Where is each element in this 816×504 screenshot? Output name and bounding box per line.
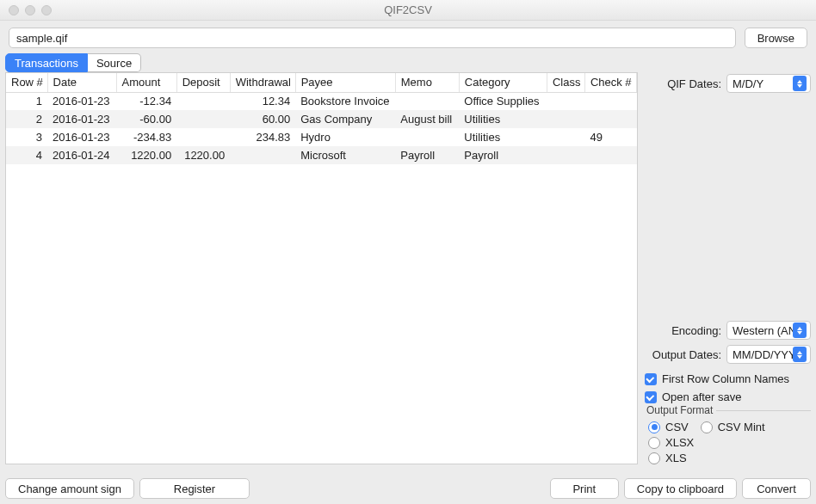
tabs: Transactions Source xyxy=(5,53,816,72)
table-row[interactable]: 4 2016-01-24 1220.00 1220.00 Microsoft P… xyxy=(6,146,637,164)
format-xlsx-label: XLSX xyxy=(665,436,694,449)
col-payee[interactable]: Payee xyxy=(295,73,395,92)
cell-class xyxy=(547,92,584,110)
table-row[interactable]: 1 2016-01-23 -12.34 12.34 Bookstore Invo… xyxy=(6,92,637,110)
side-panel: QIF Dates: M/D/Y Encoding: Western (ANS … xyxy=(643,72,811,464)
print-button[interactable]: Print xyxy=(550,478,619,499)
format-csv-mint-radio[interactable] xyxy=(701,421,713,433)
window-title: QIF2CSV xyxy=(0,3,816,16)
main-area: Row # Date Amount Deposit Withdrawal Pay… xyxy=(0,72,816,464)
col-row[interactable]: Row # xyxy=(6,73,47,92)
cell-category: Utilities xyxy=(459,128,547,146)
cell-check: 49 xyxy=(584,128,636,146)
cell-class xyxy=(547,110,584,128)
register-button[interactable]: Register xyxy=(139,478,250,499)
encoding-select[interactable]: Western (ANS xyxy=(726,321,811,340)
format-xls-radio[interactable] xyxy=(648,452,660,464)
tab-transactions[interactable]: Transactions xyxy=(5,53,88,72)
cell-payee: Hydro xyxy=(295,128,395,146)
cell-class xyxy=(547,128,584,146)
cell-deposit xyxy=(176,128,230,146)
col-check[interactable]: Check # xyxy=(584,73,636,92)
cell-row: 3 xyxy=(6,128,47,146)
cell-withdrawal: 60.00 xyxy=(230,110,295,128)
format-csv-radio[interactable] xyxy=(648,421,660,433)
cell-check xyxy=(584,146,636,164)
browse-button[interactable]: Browse xyxy=(745,28,807,48)
cell-row: 4 xyxy=(6,146,47,164)
cell-withdrawal: 234.83 xyxy=(230,128,295,146)
copy-to-clipboard-button[interactable]: Copy to clipboard xyxy=(624,478,737,499)
cell-date: 2016-01-23 xyxy=(47,110,116,128)
first-row-checkbox[interactable] xyxy=(645,373,657,385)
output-dates-label: Output Dates: xyxy=(652,348,721,361)
table-row[interactable]: 3 2016-01-23 -234.83 234.83 Hydro Utilit… xyxy=(6,128,637,146)
cell-amount: -234.83 xyxy=(116,128,176,146)
cell-withdrawal: 12.34 xyxy=(230,92,295,110)
col-amount[interactable]: Amount xyxy=(116,73,176,92)
cell-date: 2016-01-23 xyxy=(47,92,116,110)
file-path-value: sample.qif xyxy=(16,32,67,45)
qif-dates-select[interactable]: M/D/Y xyxy=(726,74,811,93)
col-withdrawal[interactable]: Withdrawal xyxy=(230,73,295,92)
cell-memo xyxy=(395,128,459,146)
table-header-row: Row # Date Amount Deposit Withdrawal Pay… xyxy=(6,73,637,92)
cell-payee: Bookstore Invoice xyxy=(295,92,395,110)
cell-category: Utilities xyxy=(459,110,547,128)
first-row-label: First Row Column Names xyxy=(662,372,789,385)
open-after-save-checkbox[interactable] xyxy=(645,391,657,403)
check-icon xyxy=(646,374,654,383)
chevron-updown-icon xyxy=(793,323,807,338)
col-category[interactable]: Category xyxy=(459,73,547,92)
convert-button[interactable]: Convert xyxy=(742,478,811,499)
cell-amount: -60.00 xyxy=(116,110,176,128)
cell-check xyxy=(584,92,636,110)
col-class[interactable]: Class xyxy=(547,73,584,92)
qif-dates-value: M/D/Y xyxy=(733,77,793,90)
cell-payee: Gas Company xyxy=(295,110,395,128)
encoding-value: Western (ANS xyxy=(733,324,793,337)
transactions-table-container: Row # Date Amount Deposit Withdrawal Pay… xyxy=(5,72,638,464)
output-dates-select[interactable]: MM/DD/YYYY xyxy=(726,345,811,364)
cell-deposit xyxy=(176,92,230,110)
col-deposit[interactable]: Deposit xyxy=(176,73,230,92)
format-xlsx-radio[interactable] xyxy=(648,437,660,449)
minimize-icon[interactable] xyxy=(25,5,35,15)
col-memo[interactable]: Memo xyxy=(395,73,459,92)
qif-dates-label: QIF Dates: xyxy=(667,77,721,90)
output-format-group: Output Format CSV CSV Mint XLSX xyxy=(643,410,811,464)
cell-memo xyxy=(395,92,459,110)
output-format-legend: Output Format xyxy=(643,404,716,416)
encoding-label: Encoding: xyxy=(671,324,721,337)
cell-category: Office Supplies xyxy=(459,92,547,110)
transactions-table: Row # Date Amount Deposit Withdrawal Pay… xyxy=(6,73,637,164)
open-after-save-label: Open after save xyxy=(662,390,742,403)
cell-deposit xyxy=(176,110,230,128)
file-row: sample.qif Browse xyxy=(0,21,816,53)
cell-memo: August bill xyxy=(395,110,459,128)
tab-source[interactable]: Source xyxy=(88,53,141,72)
cell-withdrawal xyxy=(230,146,295,164)
cell-memo: Payroll xyxy=(395,146,459,164)
bottom-bar: Change amount sign Register Print Copy t… xyxy=(5,478,811,499)
titlebar: QIF2CSV xyxy=(0,0,816,21)
window-controls xyxy=(9,5,52,15)
table-row[interactable]: 2 2016-01-23 -60.00 60.00 Gas Company Au… xyxy=(6,110,637,128)
cell-amount: 1220.00 xyxy=(116,146,176,164)
cell-category: Payroll xyxy=(459,146,547,164)
check-icon xyxy=(646,392,654,401)
chevron-updown-icon xyxy=(793,347,807,362)
zoom-icon[interactable] xyxy=(41,5,52,15)
col-date[interactable]: Date xyxy=(47,73,116,92)
cell-row: 1 xyxy=(6,92,47,110)
format-xls-label: XLS xyxy=(665,452,687,464)
chevron-updown-icon xyxy=(793,76,807,91)
output-dates-value: MM/DD/YYYY xyxy=(733,348,793,361)
file-path-input[interactable]: sample.qif xyxy=(9,28,736,48)
close-icon[interactable] xyxy=(9,5,19,15)
change-amount-sign-button[interactable]: Change amount sign xyxy=(5,478,134,499)
format-csv-label: CSV xyxy=(665,421,689,433)
cell-date: 2016-01-24 xyxy=(47,146,116,164)
cell-check xyxy=(584,110,636,128)
cell-amount: -12.34 xyxy=(116,92,176,110)
